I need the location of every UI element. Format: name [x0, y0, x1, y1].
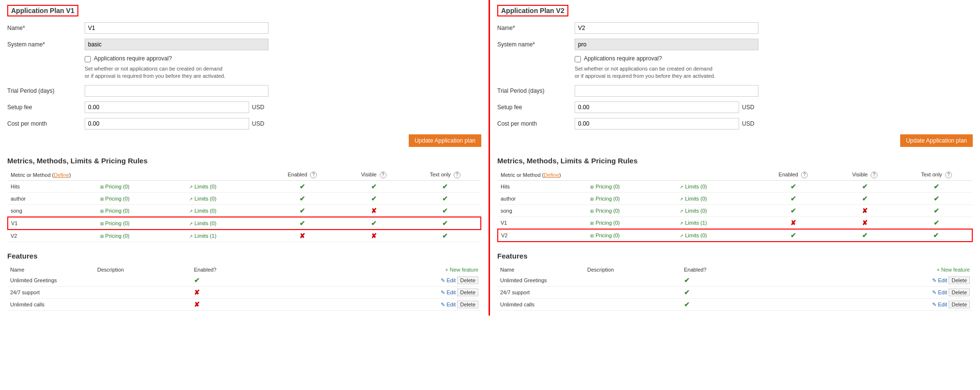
feature-desc-1 — [584, 286, 681, 298]
visible-icon-2: ✘ — [862, 207, 868, 215]
metric-name-4: V2 — [8, 230, 97, 242]
feature-row-2: Unlimited calls ✘ ✎ Edit Delete — [7, 298, 481, 310]
feature-desc-1 — [94, 286, 191, 298]
metric-limits-2: ↗ Limits (0) — [677, 204, 757, 217]
metric-pricing-2: ⊞ Pricing (0) — [97, 204, 187, 217]
cost-input[interactable] — [85, 118, 249, 130]
define-link[interactable]: Define — [544, 172, 559, 178]
pricing-link-0[interactable]: ⊞ Pricing (0) — [590, 184, 620, 189]
textonly-help-icon[interactable]: ? — [945, 172, 952, 178]
metric-textonly-1: ✔ — [901, 192, 972, 204]
metric-limits-2: ↗ Limits (0) — [186, 204, 267, 217]
limits-link-4[interactable]: ↗ Limits (0) — [680, 232, 707, 238]
enabled-help-icon[interactable]: ? — [801, 172, 808, 178]
feature-edit-link-0[interactable]: ✎ Edit — [932, 277, 947, 283]
pricing-link-4[interactable]: ⊞ Pricing (0) — [100, 233, 130, 239]
limits-link-0[interactable]: ↗ Limits (0) — [189, 184, 216, 189]
limits-link-1[interactable]: ↗ Limits (0) — [189, 196, 216, 202]
pricing-link-2[interactable]: ⊞ Pricing (0) — [590, 208, 620, 214]
trial-input[interactable] — [85, 85, 268, 97]
enabled-icon-1: ✔ — [790, 195, 796, 202]
limits-link-2[interactable]: ↗ Limits (0) — [680, 208, 707, 214]
metric-limits-3: ↗ Limits (0) — [186, 217, 267, 230]
feat-col-enabled-header: Enabled? — [681, 265, 729, 274]
feature-enabled-0: ✔ — [191, 274, 239, 287]
visible-help-icon[interactable]: ? — [380, 172, 386, 178]
approval-checkbox[interactable] — [575, 56, 581, 62]
feature-delete-btn-2[interactable]: Delete — [457, 301, 478, 308]
feature-delete-btn-1[interactable]: Delete — [457, 289, 478, 296]
visible-icon-4: ✔ — [862, 231, 868, 239]
metric-row-4: V2 ⊞ Pricing (0) ↗ Limits (1) ✘ ✘ — [8, 230, 481, 242]
feature-edit-link-2[interactable]: ✎ Edit — [441, 302, 456, 307]
metric-pricing-2: ⊞ Pricing (0) — [587, 204, 677, 217]
limits-link-4[interactable]: ↗ Limits (1) — [189, 233, 216, 239]
pricing-link-1[interactable]: ⊞ Pricing (0) — [590, 196, 620, 202]
setup-input[interactable] — [85, 101, 249, 113]
feature-name-2: Unlimited calls — [7, 298, 94, 310]
name-input[interactable] — [85, 22, 268, 34]
feature-delete-btn-1[interactable]: Delete — [949, 289, 970, 296]
pricing-link-3[interactable]: ⊞ Pricing (0) — [590, 220, 620, 226]
col-enabled-header: Enabled ? — [267, 170, 338, 181]
pricing-link-1[interactable]: ⊞ Pricing (0) — [100, 196, 130, 202]
update-application-plan-button[interactable]: Update Application plan — [409, 134, 481, 147]
textonly-help-icon[interactable]: ? — [454, 172, 460, 178]
col-textonly-header: Text only ? — [901, 170, 972, 181]
limits-link-2[interactable]: ↗ Limits (0) — [189, 208, 216, 214]
visible-icon-3: ✘ — [862, 219, 868, 227]
feature-enabled-2: ✔ — [681, 298, 729, 310]
features-section: Features Name Description Enabled? + New… — [497, 252, 973, 311]
visible-help-icon[interactable]: ? — [871, 172, 877, 178]
cost-usd: USD — [742, 120, 754, 127]
feature-delete-btn-0[interactable]: Delete — [457, 276, 478, 284]
feature-edit-link-2[interactable]: ✎ Edit — [932, 302, 947, 307]
setup-input[interactable] — [575, 101, 739, 113]
name-input[interactable] — [575, 22, 758, 34]
cost-row: Cost per month USD — [7, 118, 481, 130]
metric-row-1: author ⊞ Pricing (0) ↗ Limits (0) ✔ ✔ — [498, 192, 972, 204]
cost-usd: USD — [252, 120, 264, 127]
feature-delete-btn-0[interactable]: Delete — [949, 276, 970, 284]
approval-row: Applications require approval? — [85, 55, 481, 62]
cost-input[interactable] — [575, 118, 739, 130]
system-name-label: System name* — [7, 41, 85, 48]
update-application-plan-button[interactable]: Update Application plan — [900, 134, 973, 147]
new-feature-cell: + New feature — [239, 265, 481, 274]
trial-input[interactable] — [575, 85, 758, 97]
metric-name-2: song — [498, 204, 587, 217]
new-feature-link[interactable]: + New feature — [445, 267, 478, 273]
pricing-link-3[interactable]: ⊞ Pricing (0) — [100, 220, 130, 226]
new-feature-link[interactable]: + New feature — [936, 267, 970, 273]
pricing-link-2[interactable]: ⊞ Pricing (0) — [100, 208, 130, 214]
limits-link-3[interactable]: ↗ Limits (1) — [680, 220, 707, 226]
feature-edit-link-1[interactable]: ✎ Edit — [441, 289, 456, 295]
metric-visible-4: ✔ — [829, 229, 901, 242]
metric-enabled-4: ✔ — [757, 229, 829, 242]
feat-col-desc-header: Description — [584, 265, 681, 274]
limits-link-1[interactable]: ↗ Limits (0) — [680, 196, 707, 202]
metric-textonly-4: ✔ — [409, 230, 481, 242]
pricing-link-4[interactable]: ⊞ Pricing (0) — [590, 232, 620, 238]
feature-edit-link-0[interactable]: ✎ Edit — [441, 277, 456, 283]
approval-checkbox[interactable] — [85, 56, 91, 62]
visible-icon-3: ✔ — [371, 219, 377, 227]
metric-enabled-0: ✔ — [757, 180, 829, 192]
system-name-row: System name* — [497, 39, 973, 50]
feature-edit-link-1[interactable]: ✎ Edit — [932, 289, 947, 295]
metric-textonly-1: ✔ — [409, 192, 481, 204]
enabled-icon-4: ✘ — [299, 232, 305, 240]
feature-actions-2: ✎ Edit Delete — [729, 298, 973, 310]
pricing-link-0[interactable]: ⊞ Pricing (0) — [100, 184, 130, 189]
limits-link-3[interactable]: ↗ Limits (0) — [189, 220, 216, 226]
define-link[interactable]: Define — [54, 172, 69, 178]
metric-limits-4: ↗ Limits (1) — [186, 230, 267, 242]
metric-pricing-0: ⊞ Pricing (0) — [97, 180, 187, 192]
enabled-help-icon[interactable]: ? — [310, 172, 317, 178]
enabled-icon-1: ✔ — [299, 195, 305, 202]
metric-visible-3: ✘ — [829, 217, 901, 229]
metric-enabled-2: ✔ — [267, 204, 338, 217]
limits-link-0[interactable]: ↗ Limits (0) — [680, 184, 707, 189]
metric-enabled-1: ✔ — [267, 192, 338, 204]
feature-delete-btn-2[interactable]: Delete — [949, 301, 970, 308]
